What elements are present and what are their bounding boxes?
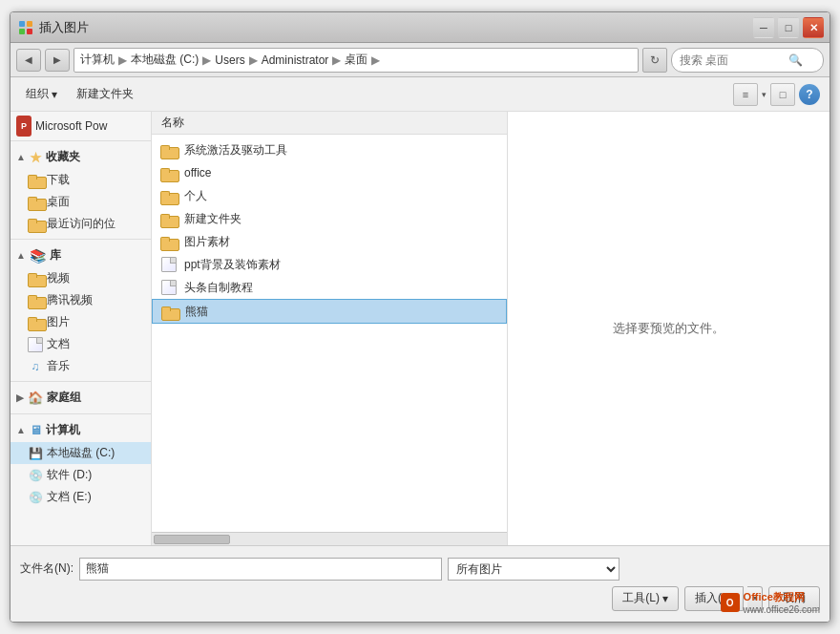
watermark-text: Office教程网 www.office26.com [744,590,820,616]
help-button[interactable]: ? [799,84,820,105]
sidebar-item-music[interactable]: ♫ 音乐 [10,355,151,377]
sidebar-item-document[interactable]: 文档 [10,333,151,355]
actions-row: 工具(L) ▾ 插入(S) ▾ 取消 [20,586,820,611]
filename-input[interactable] [79,558,442,581]
sidebar-item-desktop[interactable]: 桌面 [10,191,151,213]
hscroll-inner [152,534,507,545]
file-item-icon [160,303,179,320]
new-folder-button[interactable]: 新建文件夹 [71,83,139,105]
local-disk-c-label: 本地磁盘 (C:) [47,445,115,461]
tools-label: 工具(L) [622,590,660,606]
image-folder-icon [28,315,43,330]
sidebar-item-software-d[interactable]: 💿 软件 (D:) [10,464,151,486]
file-item-icon [159,256,178,273]
sidebar-item-download[interactable]: 下载 [10,169,151,191]
sidebar-item-tencent-video[interactable]: 腾讯视频 [10,289,151,311]
path-computer: 计算机 [80,52,115,68]
minimize-button[interactable]: ─ [753,17,774,38]
file-item[interactable]: 个人 [152,184,507,207]
toolbar: 组织 ▾ 新建文件夹 ≡ ▾ □ ? [10,77,830,112]
sidebar-library-header[interactable]: ▲ 📚 库 [10,243,151,267]
window-icon [18,20,33,35]
sidebar-computer-header[interactable]: ▲ 🖥 计算机 [10,418,151,442]
sidebar-homegroup-header[interactable]: ▶ 🏠 家庭组 [10,386,151,410]
file-item-name: 个人 [184,188,207,204]
sidebar-item-recent[interactable]: 最近访问的位 [10,213,151,235]
view-arrow: ▾ [762,90,766,99]
desktop-folder-icon [28,195,43,210]
sidebar-item-local-disk-c[interactable]: 💾 本地磁盘 (C:) [10,442,151,464]
path-sep-4: ▶ [332,53,341,67]
file-item[interactable]: 图片素材 [152,230,507,253]
file-item-name: 头条自制教程 [184,280,253,296]
forward-button[interactable]: ▶ [45,49,70,72]
watermark-url-label: www.office26.com [744,603,820,616]
file-item[interactable]: ppt背景及装饰素材 [152,253,507,276]
file-item-name: 熊猫 [185,304,208,320]
file-item-name: office [184,166,211,180]
organize-button[interactable]: 组织 ▾ [20,83,63,105]
file-item-icon [159,210,178,227]
favorites-label: 收藏夹 [46,149,80,165]
search-icon[interactable]: 🔍 [785,50,806,71]
view-button[interactable]: ≡ [733,83,758,106]
col-name-header: 名称 [161,115,184,131]
tools-arrow: ▾ [662,592,668,605]
office-watermark: O Office教程网 www.office26.com [721,590,820,616]
path-sep-2: ▶ [202,53,211,67]
svg-rect-3 [27,29,32,34]
sidebar-divider-3 [10,381,151,382]
file-area: 名称 系统激活及驱动工具office个人新建文件夹图片素材ppt背景及装饰素材头… [152,112,830,545]
file-item-name: 新建文件夹 [184,211,242,227]
tools-button[interactable]: 工具(L) ▾ [612,586,679,611]
action-group-tools: 工具(L) ▾ [612,586,679,611]
sidebar-item-video[interactable]: 视频 [10,267,151,289]
filetype-select[interactable]: 所有图片 [448,558,620,581]
file-item[interactable]: 头条自制教程 [152,276,507,299]
software-d-label: 软件 (D:) [47,467,92,483]
library-toggle: ▲ [16,250,26,261]
path-desktop: 桌面 [345,52,368,68]
file-item[interactable]: 新建文件夹 [152,207,507,230]
file-item[interactable]: 熊猫 [152,299,507,324]
file-item-icon [159,233,178,250]
sidebar-divider-1 [10,140,151,141]
search-input[interactable] [680,53,785,67]
file-item-icon [159,279,178,296]
sidebar-favorites-header[interactable]: ▲ ★ 收藏夹 [10,145,151,169]
hscroll-bar[interactable] [152,532,507,545]
view2-button[interactable]: □ [770,83,795,106]
file-item[interactable]: office [152,161,507,184]
computer-icon: 🖥 [30,423,42,437]
disk-e-icon: 💿 [28,490,43,505]
disk-d-icon: 💿 [28,468,43,483]
refresh-button[interactable]: ↻ [642,48,667,73]
sidebar-item-ppt[interactable]: P Microsoft Pow [10,116,151,137]
sidebar-item-image[interactable]: 图片 [10,311,151,333]
file-item-icon [159,164,178,181]
ppt-logo-icon: P [16,116,32,137]
computer-toggle: ▲ [16,425,26,435]
svg-rect-1 [27,21,32,27]
new-folder-label: 新建文件夹 [76,86,134,102]
sidebar: P Microsoft Pow ▲ ★ 收藏夹 下载 [10,112,152,545]
hscroll-thumb[interactable] [154,535,230,544]
maximize-button[interactable]: □ [778,17,799,38]
sidebar-item-document-e[interactable]: 💿 文档 (E:) [10,486,151,508]
filename-label: 文件名(N): [20,560,74,577]
view-label: ≡ [743,89,748,100]
toolbar-right: ≡ ▾ □ ? [733,83,820,106]
address-path[interactable]: 计算机 ▶ 本地磁盘 (C:) ▶ Users ▶ Administrator … [74,48,639,73]
favorites-toggle: ▲ [16,152,26,162]
close-button[interactable]: ✕ [803,17,824,38]
back-button[interactable]: ◀ [16,49,41,72]
file-item[interactable]: 系统激活及驱动工具 [152,138,507,161]
title-bar: 插入图片 ─ □ ✕ [10,12,830,43]
path-disk-c: 本地磁盘 (C:) [131,52,199,68]
file-item-icon [159,141,178,158]
file-list-header: 名称 [152,112,507,135]
file-item-name: ppt背景及装饰素材 [184,257,281,273]
file-list[interactable]: 系统激活及驱动工具office个人新建文件夹图片素材ppt背景及装饰素材头条自制… [152,135,507,532]
office-logo-icon: O [721,593,740,612]
window-controls: ─ □ ✕ [753,17,824,38]
